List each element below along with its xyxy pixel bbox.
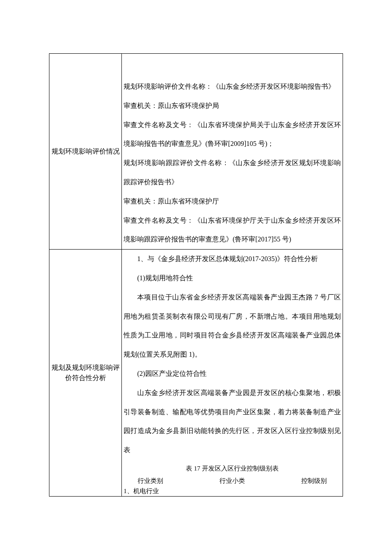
- content-planning-eia: 规划环境影响评价文件名称：《山东金乡经济开发区环境影响报告书》 审查机关：原山东…: [122, 54, 343, 250]
- table-17-cell: 1、机电行业: [122, 486, 179, 496]
- table-17-header-row: 行业类别 行业小类 控制级别: [122, 476, 343, 486]
- content-conformity: 1、与《金乡县经济开发区总体规划(2017-2035)》符合性分析 (1)规划用…: [122, 250, 343, 497]
- para: 规划环境影响评价文件名称：《山东金乡经济开发区环境影响报告书》: [124, 77, 341, 96]
- document-table: 规划环境影响评价情况 规划环境影响评价文件名称：《山东金乡经济开发区环境影响报告…: [49, 53, 343, 497]
- label-text: 规划及规划环境影响评价符合性分析: [52, 364, 120, 381]
- table-17-header: 控制级别: [285, 476, 343, 486]
- table-17-header: 行业类别: [122, 476, 179, 486]
- para: 本项目位于山东省金乡经济开发区高端装备产业园王杰路 7 号厂区用地为租赁圣英制衣…: [124, 288, 341, 364]
- row-planning-eia: 规划环境影响评价情况 规划环境影响评价文件名称：《山东金乡经济开发区环境影响报告…: [49, 54, 343, 250]
- para: 山东金乡经济开发区高端装备产业园是开发区的核心集聚地，积极引导装备制造、输配电等…: [124, 384, 341, 460]
- label-conformity: 规划及规划环境影响评价符合性分析: [49, 250, 122, 497]
- table-17: 行业类别 行业小类 控制级别 1、机电行业: [122, 476, 343, 496]
- para: 审查文件名称及文号：《山东省环境保护厅关于山东金乡经济开发区环境影响跟踪评价报告…: [124, 211, 341, 250]
- para: 审查机关：原山东省环境保护局: [124, 96, 341, 116]
- table-17-cell: [179, 486, 285, 496]
- label-text: 规划环境影响评价情况: [52, 148, 120, 155]
- table-17-cell: [285, 486, 343, 496]
- para: 审查文件名称及文号：《山东省环境保护局关于山东金乡经济开发区环境影响报告书的审查…: [124, 116, 341, 154]
- row-conformity-analysis: 规划及规划环境影响评价符合性分析 1、与《金乡县经济开发区总体规划(2017-2…: [49, 250, 343, 497]
- subheading-1-1: (1)规划用地符合性: [124, 269, 341, 288]
- table-17-header: 行业小类: [179, 476, 285, 486]
- table-17-row: 1、机电行业: [122, 486, 343, 496]
- subheading-1-2: (2)园区产业定位符合性: [124, 364, 341, 384]
- table-17-caption: 表 17 开发区入区行业控制级别表: [122, 462, 343, 476]
- para: 审查机关：原山东省环境保护厅: [124, 192, 341, 211]
- heading-1: 1、与《金乡县经济开发区总体规划(2017-2035)》符合性分析: [124, 250, 341, 269]
- label-planning-eia: 规划环境影响评价情况: [49, 54, 122, 250]
- para: 规划环境影响跟踪评价文件名称：《山东金乡经济开发区规划环境影响跟踪评价报告书》: [124, 154, 341, 192]
